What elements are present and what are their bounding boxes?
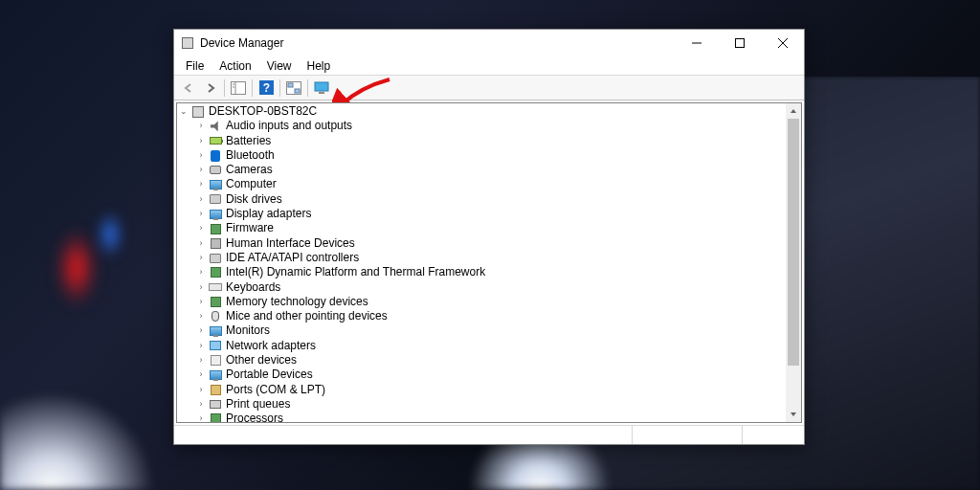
tree-item[interactable]: ›Other devices [177, 353, 786, 368]
scan-hardware-button[interactable] [283, 78, 304, 99]
menubar: File Action View Help [174, 56, 804, 76]
tree-item[interactable]: ›Memory technology devices [177, 295, 786, 309]
add-legacy-hardware-button[interactable] [311, 78, 332, 99]
device-category-icon [208, 191, 223, 207]
expand-icon[interactable]: › [194, 296, 208, 309]
tree-item[interactable]: ›Network adapters [177, 339, 786, 353]
tree-item-label: Cameras [226, 163, 273, 177]
expand-icon[interactable]: › [194, 222, 208, 235]
svg-rect-12 [295, 89, 300, 93]
expand-icon[interactable]: › [194, 412, 208, 422]
tree-item[interactable]: ›Portable Devices [177, 368, 786, 382]
device-category-icon [208, 177, 223, 192]
scrollbar[interactable] [786, 103, 801, 422]
device-category-icon [208, 295, 223, 310]
expand-icon[interactable]: › [194, 339, 208, 352]
tree-item-label: Audio inputs and outputs [226, 119, 352, 133]
toolbar-separator [279, 79, 280, 97]
tree-item[interactable]: ›Disk drives [177, 192, 786, 207]
expand-icon[interactable]: › [194, 178, 208, 191]
tree-item-label: Keyboards [226, 280, 280, 295]
tree-item-label: Mice and other pointing devices [226, 309, 388, 323]
tree-item[interactable]: ›Human Interface Devices [177, 236, 786, 251]
tree-item[interactable]: ›Ports (COM & LPT) [177, 383, 786, 397]
tree-item-label: Monitors [226, 323, 270, 338]
device-category-icon [208, 338, 223, 353]
tree-item[interactable]: ›Batteries [177, 134, 786, 148]
expand-icon[interactable]: › [194, 120, 208, 133]
menu-view[interactable]: View [259, 57, 300, 75]
collapse-icon[interactable]: ⌄ [177, 105, 190, 119]
expand-icon[interactable]: › [194, 266, 208, 279]
window-title: Device Manager [200, 36, 283, 50]
tree-item[interactable]: ›Bluetooth [177, 148, 786, 163]
device-category-icon [208, 382, 223, 397]
tree-item[interactable]: ›Intel(R) Dynamic Platform and Thermal F… [177, 265, 786, 279]
maximize-button[interactable] [718, 30, 761, 56]
device-category-icon [208, 265, 223, 280]
tree-item-label: Other devices [226, 353, 297, 368]
minimize-button[interactable] [675, 30, 718, 56]
device-category-icon [208, 221, 223, 236]
toolbar-separator [307, 79, 308, 97]
tree-item[interactable]: ›Print queues [177, 397, 786, 412]
tree-item-label: Intel(R) Dynamic Platform and Thermal Fr… [226, 265, 485, 279]
device-category-icon [208, 412, 223, 422]
tree-root[interactable]: ⌄DESKTOP-0BST82C [177, 104, 786, 119]
expand-icon[interactable]: › [194, 252, 208, 265]
statusbar [174, 425, 804, 444]
tree-item[interactable]: ›Keyboards [177, 280, 786, 295]
toolbar-separator [224, 79, 225, 97]
expand-icon[interactable]: › [194, 368, 208, 382]
expand-icon[interactable]: › [194, 236, 208, 250]
expand-icon[interactable]: › [194, 324, 208, 338]
tree-item[interactable]: ›Mice and other pointing devices [177, 309, 786, 323]
scroll-down-icon[interactable] [786, 407, 801, 422]
device-category-icon [208, 279, 223, 295]
device-category-icon [208, 309, 223, 324]
tree-item-label: Bluetooth [226, 148, 275, 163]
forward-button[interactable] [200, 78, 221, 99]
help-button[interactable]: ? [256, 78, 277, 99]
expand-icon[interactable]: › [194, 192, 208, 206]
close-button[interactable] [761, 30, 804, 56]
tree-item[interactable]: ›Audio inputs and outputs [177, 119, 786, 133]
menu-help[interactable]: Help [300, 57, 339, 75]
svg-rect-4 [232, 81, 246, 94]
expand-icon[interactable]: › [194, 354, 208, 368]
device-tree: ⌄DESKTOP-0BST82C›Audio inputs and output… [176, 102, 802, 423]
scroll-thumb[interactable] [788, 119, 799, 366]
expand-icon[interactable]: › [194, 208, 208, 221]
expand-icon[interactable]: › [194, 310, 208, 323]
tree-item-label: Display adapters [226, 207, 311, 221]
scroll-up-icon[interactable] [786, 103, 801, 119]
tree-item-label: Computer [226, 177, 277, 191]
toolbar: ? [174, 76, 804, 100]
computer-icon [190, 104, 206, 120]
tree-item[interactable]: ›Firmware [177, 221, 786, 235]
tree-item[interactable]: ›Monitors [177, 323, 786, 338]
menu-file[interactable]: File [178, 57, 212, 75]
tree-item[interactable]: ›IDE ATA/ATAPI controllers [177, 251, 786, 265]
tree-item[interactable]: ›Display adapters [177, 207, 786, 221]
tree-item[interactable]: ›Computer [177, 177, 786, 191]
tree-item[interactable]: ›Cameras [177, 163, 786, 177]
tree-item-label: Network adapters [226, 339, 316, 353]
device-category-icon [208, 251, 223, 266]
tree-item-label: Processors [226, 412, 283, 422]
expand-icon[interactable]: › [194, 149, 208, 163]
tree-item[interactable]: ›Processors [177, 412, 786, 422]
device-category-icon [208, 207, 223, 222]
expand-icon[interactable]: › [194, 164, 208, 177]
app-icon [180, 35, 195, 51]
expand-icon[interactable]: › [194, 383, 208, 396]
svg-rect-13 [315, 82, 328, 91]
titlebar[interactable]: Device Manager [174, 30, 804, 56]
expand-icon[interactable]: › [194, 134, 208, 147]
expand-icon[interactable]: › [194, 398, 208, 412]
menu-action[interactable]: Action [212, 57, 258, 75]
tree-item-label: Batteries [226, 134, 271, 148]
back-button[interactable] [178, 78, 199, 99]
expand-icon[interactable]: › [194, 280, 208, 294]
show-hide-tree-button[interactable] [228, 78, 249, 99]
